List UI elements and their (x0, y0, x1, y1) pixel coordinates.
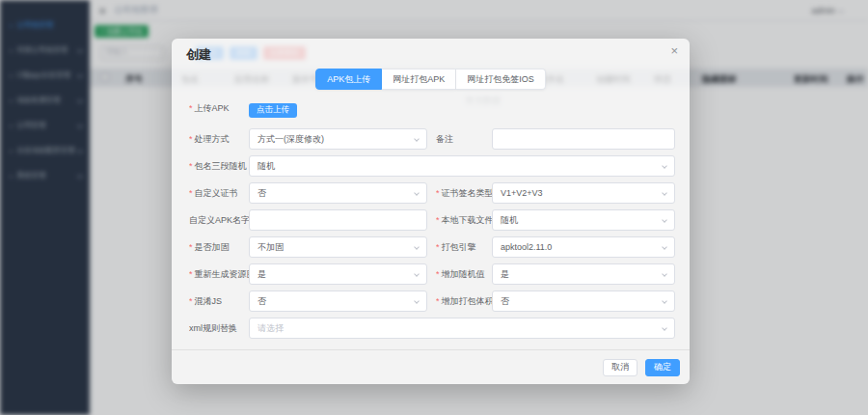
select-value: 否 (258, 295, 266, 308)
confirm-button[interactable]: 确定 (645, 359, 680, 376)
select-value: 否 (501, 295, 509, 308)
select-left-1[interactable]: 方式一(深度修改) (249, 128, 427, 150)
required-asterisk: * (189, 103, 193, 113)
form-row-4: 自定义APK名字*本地下载文件名随机 (189, 209, 675, 231)
field-label: *自定义证书 (189, 187, 249, 200)
select-right-7[interactable]: 否 (492, 290, 675, 312)
chevron-down-icon (662, 244, 667, 250)
form-row-7: *混淆JS否*增加打包体积否 (189, 290, 675, 312)
select-full-2[interactable]: 随机 (249, 155, 675, 177)
form-row-0: *上传APK点击上传 (189, 97, 675, 119)
cancel-button[interactable]: 取消 (603, 359, 637, 376)
field-label: *证书签名类型 (436, 187, 492, 200)
select-value: 方式一(深度修改) (258, 133, 324, 146)
chevron-down-icon (662, 163, 667, 169)
select-value: V1+V2+V3 (501, 188, 543, 198)
create-modal: 创建 × APK包上传网址打包APK网址打包免签IOS *上传APK点击上传*处… (172, 39, 690, 384)
select-left-7[interactable]: 否 (249, 290, 427, 312)
required-asterisk: * (189, 134, 193, 144)
required-asterisk: * (189, 242, 193, 252)
required-asterisk: * (189, 296, 193, 306)
field-label: *重新生成资源图 (189, 268, 249, 281)
form-row-3: *自定义证书否*证书签名类型V1+V2+V3 (189, 182, 675, 204)
upload-button[interactable]: 点击上传 (249, 103, 297, 118)
select-value: apktool2.11.0 (501, 242, 552, 252)
select-right-4[interactable]: 随机 (492, 209, 675, 231)
field-label: *打包引擎 (436, 241, 492, 254)
input-wrap-right-1[interactable] (492, 128, 675, 150)
required-asterisk: * (189, 269, 193, 279)
select-value: 随机 (258, 160, 275, 173)
tab-1[interactable]: 网址打包APK (382, 69, 456, 90)
required-asterisk: * (189, 188, 193, 198)
text-input[interactable] (501, 129, 666, 149)
select-left-5[interactable]: 不加固 (249, 236, 427, 258)
select-value: 不加固 (258, 241, 284, 254)
tab-2[interactable]: 网址打包免签IOS (456, 69, 546, 90)
field-label: 备注 (436, 133, 492, 146)
select-left-3[interactable]: 否 (249, 182, 427, 204)
tab-0[interactable]: APK包上传 (315, 69, 382, 90)
form-row-5: *是否加固不加固*打包引擎apktool2.11.0 (189, 236, 675, 258)
chevron-down-icon (662, 325, 667, 331)
field-label: *是否加固 (189, 241, 249, 254)
form-row-6: *重新生成资源图是*增加随机值是 (189, 263, 675, 285)
select-value: 是 (501, 268, 509, 281)
chevron-down-icon (414, 298, 420, 304)
select-value: 随机 (501, 214, 518, 227)
modal-title: 创建 (186, 46, 211, 64)
chevron-down-icon (662, 217, 667, 223)
input-wrap-left-4[interactable] (249, 209, 427, 231)
select-right-5[interactable]: apktool2.11.0 (492, 236, 675, 258)
required-asterisk: * (436, 296, 440, 306)
close-icon[interactable]: × (670, 44, 678, 57)
chevron-down-icon (414, 244, 420, 250)
select-value: 请选择 (258, 322, 284, 335)
select-right-3[interactable]: V1+V2+V3 (492, 182, 675, 204)
chevron-down-icon (414, 271, 420, 277)
select-left-6[interactable]: 是 (249, 263, 427, 285)
field-label: 自定义APK名字 (189, 214, 249, 227)
upload-wrap-left-0: 点击上传 (249, 98, 297, 118)
create-form: *上传APK点击上传*处理方式方式一(深度修改)备注*包名三段随机随机*自定义证… (189, 97, 675, 345)
chevron-down-icon (414, 136, 420, 142)
chevron-down-icon (414, 190, 420, 196)
chevron-down-icon (662, 271, 667, 277)
select-value: 是 (258, 268, 266, 281)
field-label: *本地下载文件名 (436, 214, 492, 227)
required-asterisk: * (436, 215, 440, 225)
required-asterisk: * (436, 188, 440, 198)
form-row-1: *处理方式方式一(深度修改)备注 (189, 128, 675, 150)
select-full-8[interactable]: 请选择 (249, 318, 675, 339)
field-label: *混淆JS (189, 295, 249, 308)
field-label: *增加打包体积 (436, 295, 492, 308)
required-asterisk: * (189, 161, 193, 171)
form-row-8: xml规则替换请选择 (189, 318, 675, 339)
select-right-6[interactable]: 是 (492, 263, 675, 285)
field-label: *增加随机值 (436, 268, 492, 281)
field-label: *包名三段随机 (189, 160, 249, 173)
form-row-2: *包名三段随机随机 (189, 155, 675, 177)
chevron-down-icon (662, 190, 667, 196)
modal-tabs: APK包上传网址打包APK网址打包免签IOS (172, 69, 690, 90)
select-value: 否 (258, 187, 266, 200)
field-label: xml规则替换 (189, 322, 249, 335)
text-input[interactable] (258, 210, 419, 230)
required-asterisk: * (436, 242, 440, 252)
required-asterisk: * (436, 269, 440, 279)
field-label: *处理方式 (189, 133, 249, 146)
modal-footer: 取消 确定 (172, 349, 690, 384)
field-label: *上传APK (189, 102, 249, 115)
chevron-down-icon (662, 298, 667, 304)
